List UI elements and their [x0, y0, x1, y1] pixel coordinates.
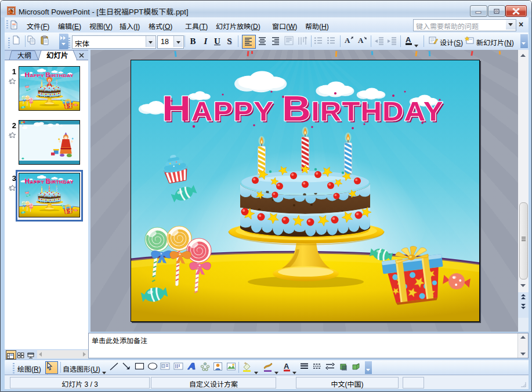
svg-text:大纲: 大纲	[17, 52, 31, 60]
svg-text:A: A	[358, 36, 364, 45]
svg-text:A: A	[345, 36, 350, 45]
svg-text:A: A	[284, 362, 289, 371]
svg-text:A: A	[406, 35, 411, 44]
svg-text:幻灯片: 幻灯片	[46, 52, 68, 60]
